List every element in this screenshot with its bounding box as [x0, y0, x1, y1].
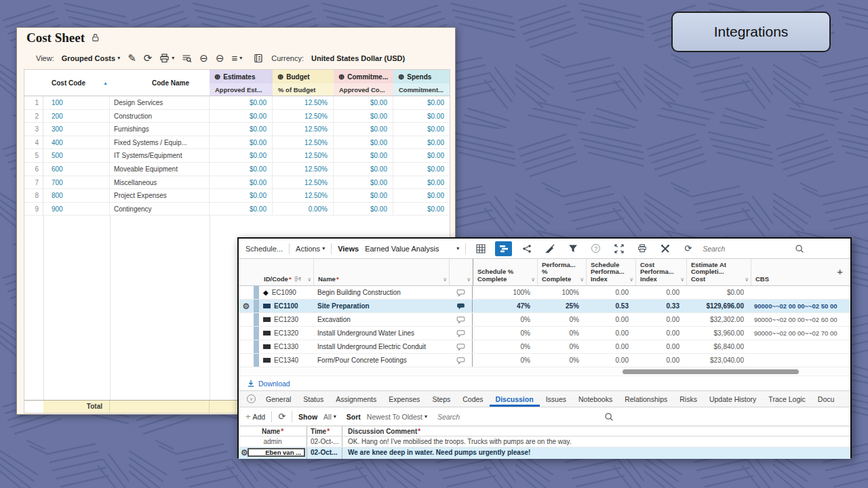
tab-assignments[interactable]: Assignments: [330, 391, 382, 407]
tab-issues[interactable]: Issues: [540, 391, 572, 407]
column-code-name[interactable]: Code Name: [152, 70, 226, 96]
tab-discussion[interactable]: Discussion: [490, 391, 540, 407]
schedule-menu[interactable]: Schedule...: [245, 245, 283, 253]
tab-risks[interactable]: Risks: [673, 391, 703, 407]
gear-icon[interactable]: ⚙: [243, 302, 250, 310]
plus-icon: +: [245, 411, 251, 422]
discussion-search-input[interactable]: [437, 413, 600, 421]
tab-notebooks[interactable]: Notebooks: [572, 391, 618, 407]
column-name[interactable]: Name* ∨: [314, 259, 450, 285]
chevron-down-icon[interactable]: ∨: [580, 277, 584, 283]
column-comment-name[interactable]: Name*: [239, 426, 307, 436]
gantt-view-button[interactable]: [495, 241, 512, 256]
sort-order-dropdown[interactable]: Newest To Oldest ▾: [367, 413, 427, 421]
tab-documents[interactable]: Docu: [812, 391, 841, 407]
baseline-edit-button[interactable]: [541, 241, 558, 256]
column-pct-of-budget[interactable]: % of Budget: [273, 83, 334, 96]
activity-row[interactable]: EC1230 Excavation 0% 0% 0.00 0.00 $32,30…: [239, 313, 850, 327]
column-comment-text[interactable]: Discussion Comment*: [342, 426, 850, 436]
tab-expenses[interactable]: Expenses: [382, 391, 426, 407]
views-dropdown[interactable]: Earned Value Analysis ▾: [365, 245, 459, 253]
fullscreen-button[interactable]: [610, 241, 627, 256]
tab-general[interactable]: General: [260, 391, 297, 407]
chevron-down-icon[interactable]: ∨: [629, 277, 633, 283]
print-button[interactable]: ▾: [159, 54, 174, 63]
collapse-level-icon[interactable]: ⊖: [216, 53, 224, 63]
tab-relationships[interactable]: Relationships: [618, 391, 673, 407]
table-row[interactable]: 1 100 Design Services $0.00 12.50% $0.00…: [24, 96, 450, 110]
search-list-icon[interactable]: [182, 54, 192, 63]
discussion-toolbar: + Add ⟳ Show All ▾ Sort Newest To Oldest…: [239, 407, 850, 426]
group-commitments[interactable]: ⊕ Commitme...: [334, 70, 393, 83]
activity-row[interactable]: ◆ EC1090 Begin Building Construction 100…: [239, 286, 850, 300]
activity-row[interactable]: EC1330 Install Underground Electric Cond…: [239, 340, 850, 354]
tab-update-history[interactable]: Update History: [703, 391, 762, 407]
comment-row-selected[interactable]: ⚙ Eben van ... 02-Oct... We are knee dee…: [239, 447, 850, 459]
download-link[interactable]: Download: [258, 380, 290, 388]
chevron-down-icon[interactable]: ∨: [745, 277, 749, 283]
refresh-icon[interactable]: ⟳: [144, 53, 153, 63]
column-commitment-spend[interactable]: Commitment...: [393, 83, 450, 96]
activity-row-selected[interactable]: ⚙ EC1100 Site Preparation 47% 25% 0.53 0…: [239, 300, 850, 313]
column-discussion-indicator[interactable]: ∨: [450, 259, 473, 285]
chevron-down-icon[interactable]: ∨: [307, 277, 311, 283]
print-button[interactable]: [633, 241, 650, 256]
column-cbs[interactable]: CBS +: [751, 259, 850, 285]
column-cost-code[interactable]: Cost Code ▲: [52, 70, 133, 96]
collapse-all-icon[interactable]: ⊖: [199, 53, 208, 63]
tab-status[interactable]: Status: [297, 391, 330, 407]
table-row[interactable]: 6 600 Moveable Equipment $0.00 12.50% $0…: [24, 163, 450, 176]
refresh-button[interactable]: ⟳: [679, 241, 696, 256]
table-row[interactable]: 8 800 Project Expenses $0.00 12.50% $0.0…: [24, 189, 450, 203]
table-view-button[interactable]: [472, 241, 489, 256]
filter-button[interactable]: [564, 241, 581, 256]
milestone-icon: ◆: [263, 286, 269, 300]
help-button[interactable]: ?: [587, 241, 604, 256]
table-row[interactable]: 4 400 Fixed Systems / Equip... $0.00 12.…: [24, 136, 450, 150]
column-comment-time[interactable]: Time*: [307, 426, 342, 436]
group-budget[interactable]: ⊕ Budget: [273, 70, 334, 83]
network-view-button[interactable]: [518, 241, 535, 256]
comment-row[interactable]: admin 02-Oct-... OK. Hang on! I've mobil…: [239, 436, 850, 447]
column-id-code[interactable]: ID/Code* ∨: [260, 259, 314, 285]
column-estimate-at-completion[interactable]: Estimate At Completi... Cost ∨: [687, 259, 751, 285]
tab-steps[interactable]: Steps: [426, 391, 456, 407]
column-approved-commitment[interactable]: Approved Co...: [334, 83, 393, 96]
comment-name-editor[interactable]: Eben van ...: [248, 448, 305, 457]
view-dropdown[interactable]: Grouped Costs ▾: [62, 54, 120, 62]
activity-row[interactable]: EC1320 Install Underground Water Lines 0…: [239, 327, 850, 340]
edit-icon[interactable]: ✎: [127, 53, 136, 63]
add-comment-button[interactable]: + Add: [245, 411, 265, 422]
add-column-button[interactable]: +: [837, 266, 848, 277]
schedule-search[interactable]: [703, 244, 823, 253]
search-input[interactable]: [703, 245, 791, 253]
discussion-search[interactable]: [437, 412, 614, 422]
activity-row[interactable]: EC1340 Form/Pour Concrete Footings 0% 0%…: [239, 354, 850, 367]
horizontal-scrollbar[interactable]: [239, 367, 850, 376]
tab-codes[interactable]: Codes: [456, 391, 489, 407]
collapse-panel-button[interactable]: ∨: [243, 391, 260, 407]
group-spends[interactable]: ⊕ Spends: [393, 70, 450, 83]
refresh-comments-icon[interactable]: ⟳: [278, 411, 285, 422]
tools-button[interactable]: [656, 241, 673, 256]
table-row[interactable]: 7 700 Miscellaneous $0.00 12.50% $0.00 $…: [24, 176, 450, 190]
column-schedule-pct-complete[interactable]: Schedule % Complete ∨: [473, 259, 538, 285]
table-row[interactable]: 2 200 Construction $0.00 12.50% $0.00 $0…: [24, 110, 450, 123]
question-icon: ?: [591, 244, 600, 253]
chevron-down-icon[interactable]: ∨: [680, 277, 684, 283]
table-row[interactable]: 5 500 IT Systems/Equipment $0.00 12.50% …: [24, 149, 450, 163]
column-cost-performance-index[interactable]: Cost Performa... Index ∨: [636, 259, 687, 285]
tab-trace-logic[interactable]: Trace Logic: [762, 391, 811, 407]
gear-icon[interactable]: ⚙: [241, 449, 248, 457]
table-row[interactable]: 9 900 Contingency $0.00 0.00% $0.00 $0.0…: [24, 203, 450, 216]
table-row[interactable]: 3 300 Furnishings $0.00 12.50% $0.00 $0.…: [24, 123, 450, 136]
chevron-down-icon[interactable]: ∨: [443, 277, 447, 283]
chevron-down-icon[interactable]: ∨: [531, 277, 535, 283]
column-performance-pct-complete[interactable]: Performa... % Complete ∨: [538, 259, 587, 285]
show-filter-dropdown[interactable]: All ▾: [323, 413, 336, 421]
actions-menu[interactable]: Actions ▾: [296, 245, 325, 253]
scrollbar-thumb[interactable]: [623, 369, 799, 374]
column-schedule-performance-index[interactable]: Schedule Performa... Index ∨: [587, 259, 636, 285]
chevron-down-icon[interactable]: ∨: [467, 277, 471, 283]
menu-button[interactable]: ≡ ▾: [232, 53, 243, 63]
